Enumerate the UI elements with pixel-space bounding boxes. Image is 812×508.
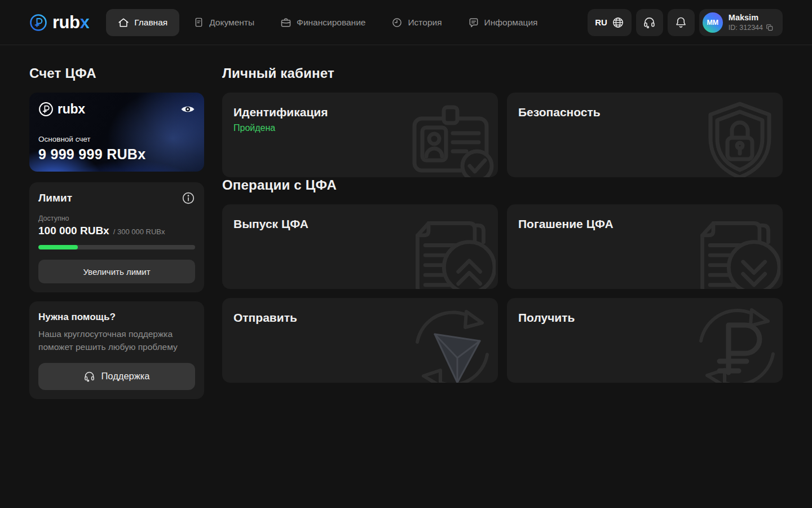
- nav-label: История: [408, 17, 442, 28]
- limit-title: Лимит: [38, 192, 72, 204]
- account-sidebar: Счет ЦФА rubx Основной счет 9: [29, 65, 204, 399]
- limit-total: / 300 000 RUBx: [113, 227, 165, 236]
- identification-card[interactable]: Идентификация Пройдена: [222, 93, 498, 177]
- nav-item-history[interactable]: История: [379, 9, 453, 36]
- help-text: Наша круглосуточная поддержка поможет ре…: [38, 327, 195, 354]
- nav-item-financing[interactable]: Финансирование: [268, 9, 377, 36]
- ruble-coin-icon: [29, 14, 47, 32]
- ruble-coin-icon: [38, 102, 54, 117]
- notifications-button[interactable]: [668, 9, 695, 36]
- eye-icon[interactable]: [180, 104, 195, 115]
- issue-cfa-card[interactable]: Выпуск ЦФА: [222, 204, 498, 289]
- document-icon: [193, 17, 204, 28]
- balance-card[interactable]: rubx Основной счет 9 999 999 RUBx: [29, 93, 204, 172]
- briefcase-icon: [280, 17, 292, 28]
- headset-icon: [643, 16, 656, 29]
- support-button[interactable]: [636, 9, 663, 36]
- language-switcher[interactable]: RU: [588, 9, 632, 36]
- help-card: Нужна помощь? Наша круглосуточная поддер…: [29, 301, 204, 399]
- brand-name: rubx: [52, 14, 89, 31]
- brand-logo[interactable]: rubx: [29, 14, 89, 32]
- available-label: Доступно: [38, 214, 195, 222]
- nav-label: Документы: [209, 17, 254, 28]
- support-contact-button[interactable]: Поддержка: [38, 363, 195, 390]
- receive-card[interactable]: Получить: [507, 298, 783, 383]
- card-brand: rubx: [38, 102, 85, 117]
- balance-amount: 9 999 999 RUBx: [38, 146, 195, 163]
- send-card[interactable]: Отправить: [222, 298, 498, 383]
- account-section-title: Счет ЦФА: [29, 65, 204, 81]
- chat-icon: [468, 17, 479, 28]
- clock-icon: [391, 17, 403, 28]
- header-actions: RU MM Maksim ID: 312344: [588, 9, 783, 36]
- available-amount: 100 000 RUBx: [38, 225, 109, 237]
- security-card[interactable]: Безопасность: [507, 93, 783, 177]
- user-id: ID: 312344: [729, 23, 774, 32]
- operations-cards: Выпуск ЦФА Погашение ЦФА: [222, 204, 783, 383]
- limit-card: Лимит Доступно 100 000 RUBx / 300 000 RU…: [29, 182, 204, 292]
- top-bar: rubx Главная Документы Финансирование Ис…: [0, 0, 812, 45]
- nav-item-home[interactable]: Главная: [106, 9, 179, 36]
- main-nav: Главная Документы Финансирование История: [106, 9, 549, 36]
- nav-label: Информация: [484, 17, 538, 28]
- dashboard-main: Личный кабинет Идентификация Пройдена: [222, 65, 783, 399]
- balance-label: Основной счет: [38, 135, 195, 143]
- language-code: RU: [595, 17, 607, 27]
- nav-label: Финансирование: [297, 17, 365, 28]
- info-icon[interactable]: [182, 191, 195, 205]
- increase-limit-button[interactable]: Увеличить лимит: [38, 260, 195, 283]
- operations-section-title: Операции с ЦФА: [222, 177, 783, 193]
- nav-item-information[interactable]: Информация: [456, 9, 550, 36]
- limit-progress: [38, 245, 195, 249]
- copy-icon[interactable]: [766, 24, 774, 32]
- user-name: Maksim: [729, 12, 774, 23]
- avatar: MM: [703, 12, 723, 33]
- redeem-cfa-card[interactable]: Погашение ЦФА: [507, 204, 783, 289]
- limit-progress-fill: [38, 245, 78, 249]
- headset-icon: [83, 370, 95, 382]
- nav-item-documents[interactable]: Документы: [182, 9, 266, 36]
- user-menu[interactable]: MM Maksim ID: 312344: [699, 9, 783, 36]
- nav-label: Главная: [134, 17, 167, 28]
- home-icon: [118, 17, 129, 28]
- identification-status: Пройдена: [233, 123, 487, 133]
- personal-cards: Идентификация Пройдена: [222, 93, 783, 177]
- personal-section-title: Личный кабинет: [222, 65, 783, 81]
- bell-icon: [674, 16, 687, 29]
- globe-icon: [612, 16, 624, 29]
- help-title: Нужна помощь?: [38, 312, 195, 323]
